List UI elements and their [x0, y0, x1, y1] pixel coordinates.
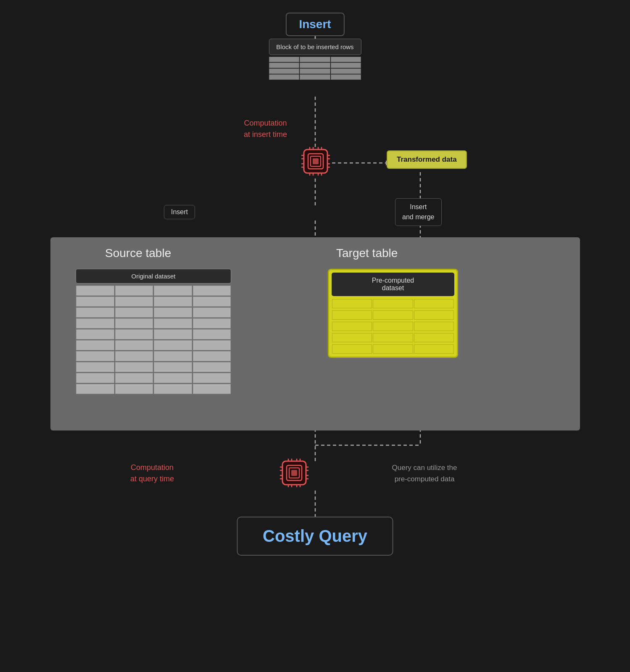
- query-utilize-label: Query can utilize the pre-computed data: [378, 462, 471, 485]
- costly-query-label: Costly Query: [263, 527, 367, 545]
- insert-block-label: Block of to be inserted rows: [269, 39, 361, 55]
- diagram-container: Insert Block of to be inserted rows: [0, 0, 630, 672]
- insert-label-left: Insert: [164, 205, 195, 219]
- svg-rect-37: [313, 158, 319, 164]
- source-grid-rows: [76, 285, 231, 394]
- insert-block-grid: [269, 56, 361, 80]
- target-table-box: Pre-computed dataset: [328, 269, 458, 358]
- insert-node-label: Insert: [299, 18, 331, 31]
- target-table-title: Target table: [336, 247, 398, 260]
- source-dataset-label: Original dataset: [76, 269, 231, 284]
- computation-query-label: Computation at query time: [130, 462, 174, 485]
- target-dataset-label: Pre-computed dataset: [332, 273, 454, 296]
- target-table-inner: Pre-computed dataset: [328, 269, 458, 358]
- computation-insert-label: Computation at insert time: [244, 118, 287, 140]
- cpu-icon-insert: [301, 146, 331, 178]
- svg-rect-57: [291, 470, 297, 476]
- target-grid-rows: [332, 299, 454, 354]
- cpu-insert-svg: [301, 146, 331, 176]
- source-table-title: Source table: [105, 247, 171, 260]
- cpu-query-svg: [279, 458, 309, 488]
- source-table-grid: Original dataset: [76, 269, 231, 394]
- insert-block: Block of to be inserted rows: [269, 39, 361, 80]
- insert-merge-label: Insert and merge: [395, 198, 442, 226]
- main-table-area: Source table Target table Original datas…: [50, 237, 580, 430]
- costly-query-box: Costly Query: [237, 517, 393, 556]
- insert-node: Insert: [285, 13, 344, 36]
- cpu-icon-query: [279, 458, 309, 490]
- transformed-data-box: Transformed data: [387, 150, 467, 169]
